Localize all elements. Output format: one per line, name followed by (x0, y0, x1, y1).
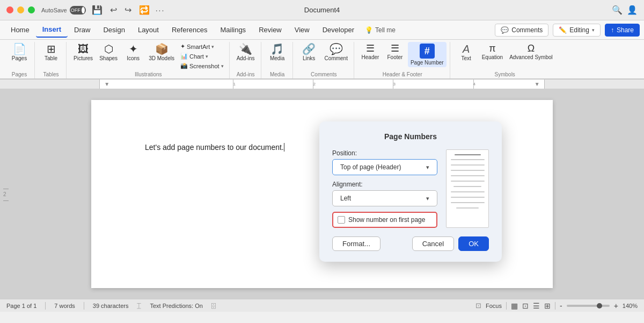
alignment-row: Alignment: Left ▾ (332, 181, 437, 206)
zoom-plus[interactable]: + (614, 302, 618, 310)
group-symbols: A Text π Equation Ω Advanced Symbol Symb… (451, 42, 559, 78)
divider-1 (45, 302, 46, 310)
ruler: 1 2 3 4 ▼ ▼ (0, 80, 644, 89)
autoformat-icon[interactable]: 🔁 (139, 5, 150, 15)
tab-developer[interactable]: Developer (316, 23, 361, 37)
tab-home[interactable]: Home (4, 23, 36, 37)
pages-icon: 📄 (13, 44, 26, 54)
smartart-icon: ✦ (180, 43, 185, 50)
alignment-label: Alignment: (332, 181, 437, 188)
links-button[interactable]: 🔗 Links (297, 42, 321, 63)
cursor-icon: ⌶ (137, 302, 141, 310)
icons-button[interactable]: ✦ Icons (121, 42, 145, 63)
equation-button[interactable]: π Equation (479, 42, 506, 62)
ok-button[interactable]: OK (458, 236, 489, 251)
tab-design[interactable]: Design (97, 23, 131, 37)
group-media: 🎵 Media Media (262, 42, 293, 78)
text-cursor (284, 143, 284, 152)
focus-view-icon[interactable]: ⊞ (544, 302, 551, 310)
tab-layout[interactable]: Layout (131, 23, 165, 37)
format-button[interactable]: Format... (332, 236, 380, 251)
symbol-button[interactable]: Ω Advanced Symbol (507, 42, 555, 62)
minimize-button[interactable] (17, 6, 24, 13)
preview-line-10 (456, 207, 479, 209)
layout-view-icon[interactable]: ▦ (511, 302, 518, 310)
share-icon: ↑ (611, 26, 614, 34)
tab-review[interactable]: Review (252, 23, 288, 37)
maximize-button[interactable] (28, 6, 35, 13)
tab-view[interactable]: View (288, 23, 316, 37)
web-view-icon[interactable]: ⊡ (522, 302, 529, 310)
tab-mailings[interactable]: Mailings (214, 23, 252, 37)
search-icon[interactable]: 🔍 (612, 5, 623, 15)
pictures-icon: 🖼 (78, 44, 89, 54)
share-account-icon[interactable]: 👤 (627, 5, 638, 15)
text-button[interactable]: A Text (455, 42, 478, 63)
header-button[interactable]: ☰ Header (358, 42, 382, 62)
divider-2 (84, 302, 84, 310)
alignment-select-caret: ▾ (426, 195, 429, 202)
document-title: Document4 (304, 6, 340, 14)
tab-draw[interactable]: Draw (68, 23, 97, 37)
shapes-icon: ⬡ (104, 44, 113, 54)
group-illustrations: 🖼 Pictures ⬡ Shapes ✦ Icons 📦 3D Models … (68, 42, 230, 78)
footer-button[interactable]: ☰ Footer (383, 42, 407, 62)
preview-line-9 (451, 202, 485, 203)
pages-button[interactable]: 📄 Pages (8, 42, 31, 63)
preview-line-8 (451, 197, 485, 198)
autosave-toggle[interactable]: OFF (70, 6, 86, 15)
shapes-button[interactable]: ⬡ Shapes (97, 42, 120, 63)
show-number-checkbox[interactable] (338, 216, 345, 224)
screenshot-button[interactable]: 📸 Screenshot ▾ (178, 61, 226, 70)
position-select[interactable]: Top of page (Header) ▾ (332, 159, 437, 175)
cancel-button[interactable]: Cancel (412, 236, 454, 251)
preview-header-line (455, 154, 481, 155)
pictures-button[interactable]: 🖼 Pictures (71, 42, 96, 63)
focus-label: Focus (486, 303, 502, 309)
preview-line-7 (451, 191, 485, 192)
zoom-slider[interactable] (567, 305, 610, 307)
ruler-inner: 1 2 3 4 ▼ ▼ (99, 80, 545, 89)
page-numbers-dialog[interactable]: Page Numbers Position: Top of page (Head… (319, 121, 502, 262)
tab-references[interactable]: References (165, 23, 214, 37)
smartart-caret: ▾ (211, 44, 214, 49)
header-icon: ☰ (366, 44, 375, 53)
screenshot-caret: ▾ (221, 63, 224, 69)
traffic-lights[interactable] (6, 6, 35, 13)
comments-button[interactable]: 💬 Comments (495, 24, 548, 37)
ribbon-tabs: Home Insert Draw Design Layout Reference… (0, 20, 644, 40)
comment-button[interactable]: 💬 Comment (322, 42, 350, 63)
outline-view-icon[interactable]: ☰ (533, 302, 540, 310)
3d-models-button[interactable]: 📦 3D Models (146, 42, 177, 63)
chart-icon: 📊 (180, 53, 188, 60)
status-bar: Page 1 of 1 7 words 39 characters ⌶ Text… (0, 299, 644, 312)
dialog-body: Position: Top of page (Header) ▾ Alignme… (332, 149, 489, 228)
redo-icon[interactable]: ↪ (125, 5, 131, 15)
group-pages: 📄 Pages Pages (4, 42, 35, 78)
share-button[interactable]: ↑ Share (605, 24, 640, 37)
zoom-minus[interactable]: - (560, 302, 562, 310)
media-button[interactable]: 🎵 Media (266, 42, 289, 63)
tell-me[interactable]: 💡 Tell me (365, 26, 396, 34)
chart-button[interactable]: 📊 Chart ▾ (178, 52, 226, 61)
undo-icon[interactable]: ↩ (110, 5, 117, 15)
editing-button[interactable]: ✏️ Editing ▾ (553, 24, 601, 37)
page-preview (446, 149, 489, 228)
page-number-button[interactable]: # Page Number (408, 42, 447, 67)
tab-insert[interactable]: Insert (36, 22, 68, 38)
close-button[interactable] (6, 6, 13, 13)
page-number-icon: # (420, 44, 435, 59)
table-button[interactable]: ⊞ Table (39, 42, 63, 63)
alignment-select[interactable]: Left ▾ (332, 190, 437, 206)
addins-icon: 🔌 (239, 44, 252, 54)
group-header-footer: ☰ Header ☰ Footer # Page Number Header &… (355, 42, 450, 78)
margin-marker: —2— (3, 185, 9, 203)
save-icon[interactable]: 💾 (92, 5, 103, 15)
addins-button[interactable]: 🔌 Add-ins (234, 42, 258, 63)
smartart-button[interactable]: ✦ SmartArt ▾ (178, 42, 226, 51)
more-icon[interactable]: ··· (156, 6, 165, 15)
show-number-row[interactable]: Show number on first page (332, 212, 437, 228)
group-comments: 🔗 Links 💬 Comment Comments (294, 42, 354, 78)
table-icon: ⊞ (47, 44, 56, 54)
zoom-thumb (597, 303, 602, 308)
